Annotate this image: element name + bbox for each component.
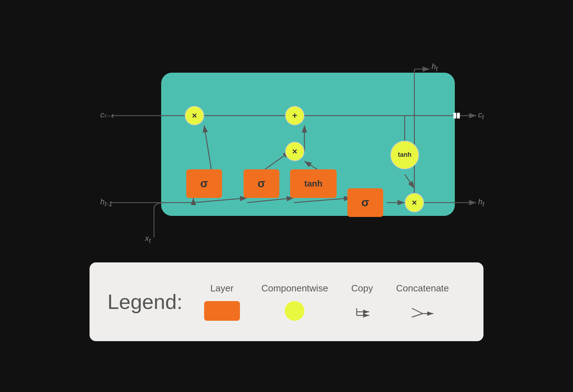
legend-component-circle [285, 301, 304, 321]
legend-title: Legend: [107, 290, 183, 314]
op-tanh-circle: tanh [390, 141, 419, 169]
legend-concat-icon [408, 301, 437, 321]
op-multiply-1: × [185, 106, 204, 125]
legend-layer-rect [204, 301, 240, 321]
op-multiply-2: × [285, 142, 304, 161]
legend-label-layer: Layer [210, 283, 233, 294]
label-ct: ct [478, 110, 484, 121]
legend-label-componentwise: Componentwise [261, 283, 328, 294]
gate-sigma-2: σ [244, 169, 279, 198]
legend-item-layer: Layer [204, 283, 240, 321]
label-ht-top: ht [432, 62, 438, 73]
legend-items: Layer Componentwise Copy [204, 283, 449, 321]
legend-box: Legend: Layer Componentwise Copy [90, 262, 483, 341]
legend-label-concatenate: Concatenate [396, 283, 449, 294]
legend-copy-icon [350, 301, 375, 321]
svg-line-28 [412, 308, 423, 314]
op-multiply-3: × [405, 193, 424, 212]
svg-line-29 [412, 314, 423, 317]
legend-item-componentwise: Componentwise [261, 283, 328, 321]
legend-item-copy: Copy [350, 283, 375, 321]
gate-tanh: tanh [290, 169, 337, 198]
lstm-diagram: cₜ₋₁ ht-1 xt ct ht ht × + × tanh × σ σ t… [90, 51, 483, 252]
gate-sigma-3: σ [347, 188, 383, 217]
op-add: + [285, 106, 304, 125]
svg-rect-23 [457, 113, 460, 118]
label-xt: xt [145, 234, 151, 245]
label-ht-right: ht [478, 197, 484, 208]
label-ct-minus1: cₜ₋₁ [100, 110, 114, 120]
legend-item-concatenate: Concatenate [396, 283, 449, 321]
label-ht-minus1: ht-1 [100, 197, 112, 208]
gate-sigma-1: σ [186, 169, 222, 198]
main-container: cₜ₋₁ ht-1 xt ct ht ht × + × tanh × σ σ t… [54, 51, 519, 341]
legend-label-copy: Copy [351, 283, 373, 294]
